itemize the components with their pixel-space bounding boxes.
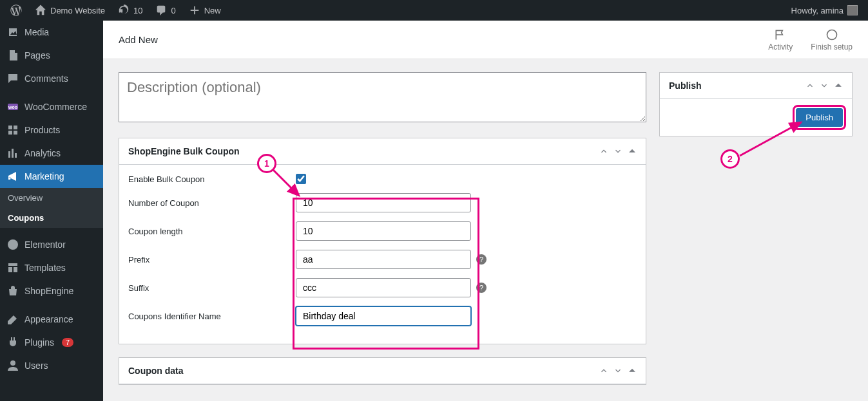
move-up-icon[interactable] xyxy=(599,147,608,156)
wp-logo[interactable] xyxy=(5,0,27,21)
svg-point-3 xyxy=(10,360,15,366)
suffix-input[interactable] xyxy=(296,278,471,297)
sidebar-item-woocommerce[interactable]: wooWooCommerce xyxy=(0,95,103,118)
products-icon xyxy=(6,124,19,136)
coupon-data-title: Coupon data xyxy=(128,366,184,376)
plus-icon xyxy=(189,5,200,16)
sidebar-item-elementor[interactable]: Elementor xyxy=(0,233,103,256)
description-textarea[interactable] xyxy=(119,72,646,122)
users-icon xyxy=(6,359,19,372)
toggle-panel-icon[interactable] xyxy=(628,147,637,156)
coupon-length-label: Coupon length xyxy=(128,227,296,236)
sidebar-item-media[interactable]: Media xyxy=(0,21,103,44)
number-coupon-label: Number of Coupon xyxy=(128,198,296,208)
move-down-icon[interactable] xyxy=(820,81,829,90)
wordpress-icon xyxy=(10,5,22,16)
publish-button[interactable]: Publish xyxy=(796,108,843,127)
sidebar-item-users[interactable]: Users xyxy=(0,354,103,377)
plugins-badge: 7 xyxy=(62,338,73,347)
comments-link[interactable]: 0 xyxy=(150,0,180,21)
elementor-icon xyxy=(6,238,19,251)
sidebar-item-shopengine[interactable]: ShopEngine xyxy=(0,279,103,303)
sidebar-item-analytics[interactable]: Analytics xyxy=(0,142,103,165)
new-label: New xyxy=(204,6,221,15)
analytics-icon xyxy=(6,147,19,160)
toggle-panel-icon[interactable] xyxy=(834,81,843,90)
sidebar-item-pages[interactable]: Pages xyxy=(0,44,103,67)
finish-setup-link[interactable]: Finish setup xyxy=(811,28,853,51)
coupon-length-input[interactable] xyxy=(296,221,471,241)
comments-icon xyxy=(6,72,19,85)
new-content-link[interactable]: New xyxy=(184,0,226,21)
enable-bulk-checkbox[interactable] xyxy=(296,174,306,184)
sidebar-item-appearance[interactable]: Appearance xyxy=(0,308,103,331)
updates-link[interactable]: 10 xyxy=(113,0,148,21)
move-up-icon[interactable] xyxy=(599,366,608,375)
site-name: Demo Website xyxy=(50,6,105,15)
prefix-input[interactable] xyxy=(296,250,471,269)
bulk-coupon-title: ShopEngine Bulk Coupon xyxy=(128,146,240,156)
media-icon xyxy=(6,26,19,39)
home-icon xyxy=(35,5,46,16)
admin-bar: Demo Website 10 0 New Howdy, amina xyxy=(0,0,868,21)
move-up-icon[interactable] xyxy=(805,81,815,90)
circle-icon xyxy=(825,28,838,41)
sidebar-item-marketing[interactable]: Marketing xyxy=(0,165,103,188)
updates-count: 10 xyxy=(133,6,142,15)
comments-count: 0 xyxy=(171,6,175,15)
identifier-label: Coupons Identifier Name xyxy=(128,312,296,321)
admin-sidebar: Media Pages Comments wooWooCommerce Prod… xyxy=(0,21,103,401)
refresh-icon xyxy=(118,5,130,16)
annotation-step-2: 2 xyxy=(720,149,740,169)
site-home-link[interactable]: Demo Website xyxy=(30,0,110,21)
avatar xyxy=(847,5,858,15)
appearance-icon xyxy=(6,313,19,326)
pages-icon xyxy=(6,49,19,62)
plugins-icon xyxy=(6,336,19,349)
sidebar-subitem-overview[interactable]: Overview xyxy=(0,188,103,208)
woocommerce-icon: woo xyxy=(6,100,19,113)
shopengine-icon xyxy=(6,284,19,297)
publish-title: Publish xyxy=(669,80,702,91)
sidebar-subitem-coupons[interactable]: Coupons xyxy=(0,208,103,228)
templates-icon xyxy=(6,261,19,274)
svg-point-4 xyxy=(827,30,836,39)
page-header-strip: Add New Activity Finish setup xyxy=(103,21,868,59)
publish-panel: Publish Publish xyxy=(659,72,853,136)
main-content: Add New Activity Finish setup ShopEngine… xyxy=(103,21,868,401)
prefix-label: Prefix xyxy=(128,255,296,265)
move-down-icon[interactable] xyxy=(613,366,622,375)
toggle-panel-icon[interactable] xyxy=(628,366,637,375)
move-down-icon[interactable] xyxy=(613,147,622,156)
sidebar-item-templates[interactable]: Templates xyxy=(0,256,103,279)
comment-icon xyxy=(155,5,167,16)
coupon-data-panel: Coupon data xyxy=(119,357,646,385)
flag-icon xyxy=(774,28,787,41)
prefix-help-icon[interactable]: ? xyxy=(476,254,487,265)
activity-link[interactable]: Activity xyxy=(768,28,793,51)
enable-bulk-label: Enable Bulk Coupon xyxy=(128,174,296,184)
page-title: Add New xyxy=(119,34,158,45)
svg-text:woo: woo xyxy=(8,105,17,109)
suffix-help-icon[interactable]: ? xyxy=(476,283,487,293)
sidebar-item-plugins[interactable]: Plugins7 xyxy=(0,331,103,354)
sidebar-item-products[interactable]: Products xyxy=(0,118,103,142)
howdy-text: Howdy, amina xyxy=(791,6,844,15)
identifier-input[interactable] xyxy=(296,306,471,326)
svg-point-2 xyxy=(8,239,18,250)
marketing-icon xyxy=(6,170,19,183)
user-account-link[interactable]: Howdy, amina xyxy=(786,0,863,21)
number-coupon-input[interactable] xyxy=(296,193,471,212)
bulk-coupon-panel: ShopEngine Bulk Coupon Enable Bulk Coupo… xyxy=(119,138,646,344)
suffix-label: Suffix xyxy=(128,283,296,293)
sidebar-item-comments[interactable]: Comments xyxy=(0,67,103,90)
